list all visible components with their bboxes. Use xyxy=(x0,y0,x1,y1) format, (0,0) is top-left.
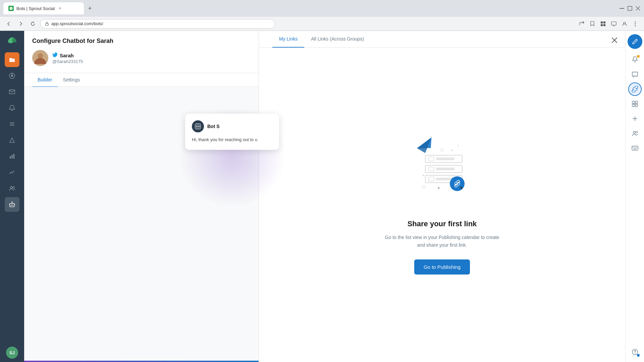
chatbot-header: Configure Chatbot for Sarah Sa xyxy=(24,31,259,73)
back-button[interactable] xyxy=(4,19,13,28)
action-keyboard-button[interactable] xyxy=(628,141,642,155)
svg-rect-8 xyxy=(601,24,603,26)
svg-rect-45 xyxy=(436,158,454,160)
svg-point-39 xyxy=(197,126,198,127)
action-notifications-button[interactable] xyxy=(628,53,642,66)
svg-point-59 xyxy=(438,187,440,189)
window-minimize-button[interactable] xyxy=(619,6,625,11)
sidebar-item-inbox[interactable] xyxy=(5,84,19,99)
cast-icon[interactable] xyxy=(609,19,619,28)
svg-rect-6 xyxy=(601,21,603,23)
action-help-button-wrapper xyxy=(628,345,642,359)
action-help-button[interactable] xyxy=(628,345,642,359)
svg-rect-25 xyxy=(13,154,14,159)
svg-rect-47 xyxy=(429,167,434,171)
svg-point-29 xyxy=(11,205,12,206)
more-icon[interactable] xyxy=(631,19,640,28)
forward-button[interactable] xyxy=(16,19,25,28)
chatbot-tabs: Builder Settings xyxy=(32,73,251,86)
extensions-icon[interactable] xyxy=(598,19,608,28)
refresh-button[interactable] xyxy=(28,19,38,28)
window-maximize-button[interactable] xyxy=(627,6,633,11)
browser-titlebar: Bots | Sprout Social × + xyxy=(0,0,644,17)
tab-settings[interactable]: Settings xyxy=(58,73,86,87)
tab-close-button[interactable]: × xyxy=(57,6,63,11)
svg-rect-5 xyxy=(46,23,48,25)
app-container: SJ Configure Chatbot for Sarah xyxy=(0,31,644,362)
sidebar-item-dashboard[interactable] xyxy=(5,68,19,83)
chatbot-divider xyxy=(24,361,259,362)
svg-rect-63 xyxy=(632,104,635,107)
sidebar-item-analytics-chart[interactable] xyxy=(5,165,19,180)
browser-tab[interactable]: Bots | Sprout Social × xyxy=(3,2,84,14)
svg-rect-69 xyxy=(632,146,638,150)
action-people-button[interactable] xyxy=(628,127,642,140)
svg-point-32 xyxy=(12,201,13,202)
svg-rect-2 xyxy=(628,6,632,10)
browser-toolbar: app.sproutsocial.com/bots/ xyxy=(0,17,644,31)
svg-rect-1 xyxy=(620,8,624,9)
svg-rect-50 xyxy=(429,177,434,181)
svg-point-57 xyxy=(441,149,443,152)
action-grid-button[interactable] xyxy=(628,97,642,111)
sidebar-item-publishing[interactable] xyxy=(5,133,19,147)
link-panel-close-button[interactable] xyxy=(609,35,620,46)
action-add-button[interactable] xyxy=(628,112,642,125)
window-controls xyxy=(619,6,641,11)
profile-handle: @Sarah233175 xyxy=(52,59,83,64)
chatbot-profile: Sarah @Sarah233175 xyxy=(32,50,251,66)
compose-button[interactable] xyxy=(628,34,642,49)
share-link-illustration: + + + xyxy=(405,135,479,209)
chatbot-tabs-container: Builder Settings xyxy=(24,73,259,87)
browser-chrome: Bots | Sprout Social × + app xyxy=(0,0,644,31)
svg-rect-61 xyxy=(632,101,635,104)
right-action-bar xyxy=(625,31,644,362)
svg-rect-10 xyxy=(611,22,616,25)
profile-avatar xyxy=(32,50,48,66)
bot-icon xyxy=(192,120,204,132)
tab-builder[interactable]: Builder xyxy=(32,73,58,87)
tab-all-links[interactable]: All Links (Across Groups) xyxy=(304,31,371,48)
svg-point-26 xyxy=(10,186,12,188)
chatbot-title: Configure Chatbot for Sarah xyxy=(32,38,251,45)
bot-name: Bot S xyxy=(207,124,220,129)
chatbot-body: Bot S Hi, thank you for reaching out to … xyxy=(24,87,259,362)
sidebar-user-avatar[interactable]: SJ xyxy=(6,347,18,359)
share-icon[interactable] xyxy=(577,19,586,28)
action-messages-button[interactable] xyxy=(628,68,642,81)
sidebar-item-notifications[interactable] xyxy=(5,101,19,115)
bookmark-icon[interactable] xyxy=(588,19,597,28)
window-close-button[interactable] xyxy=(635,6,641,11)
sidebar: SJ xyxy=(0,31,24,362)
svg-point-58 xyxy=(422,186,425,188)
link-panel-body: + + + xyxy=(259,48,625,362)
svg-rect-62 xyxy=(635,101,638,104)
svg-point-17 xyxy=(11,75,13,77)
profile-name: Sarah xyxy=(52,52,83,59)
url-text: app.sproutsocial.com/bots/ xyxy=(51,21,103,26)
share-first-link-title: Share your first link xyxy=(408,220,477,228)
sidebar-item-tasks[interactable] xyxy=(5,117,19,131)
svg-point-27 xyxy=(13,187,15,188)
bot-message-text: Hi, thank you for reaching out to u xyxy=(192,136,272,143)
svg-point-60 xyxy=(450,176,465,191)
tab-my-links[interactable]: My Links xyxy=(272,31,304,48)
sidebar-item-people[interactable] xyxy=(5,181,19,196)
go-to-publishing-button[interactable]: Go to Publishing xyxy=(414,259,470,275)
lock-icon xyxy=(45,21,49,26)
notification-dot xyxy=(637,55,640,58)
svg-rect-24 xyxy=(12,155,13,159)
sidebar-item-folder[interactable] xyxy=(5,52,19,67)
profile-icon[interactable] xyxy=(620,19,629,28)
sidebar-item-analytics-bar[interactable] xyxy=(5,149,19,164)
new-tab-button[interactable]: + xyxy=(85,4,95,13)
svg-point-30 xyxy=(12,205,13,206)
address-bar[interactable]: app.sproutsocial.com/bots/ xyxy=(40,19,275,28)
svg-point-36 xyxy=(38,53,43,59)
svg-text:+: + xyxy=(457,144,459,147)
svg-rect-44 xyxy=(429,157,434,161)
twitter-icon xyxy=(52,52,58,59)
sidebar-logo[interactable] xyxy=(5,34,19,48)
action-link-button[interactable] xyxy=(628,82,642,96)
sidebar-item-bots[interactable] xyxy=(5,197,19,212)
